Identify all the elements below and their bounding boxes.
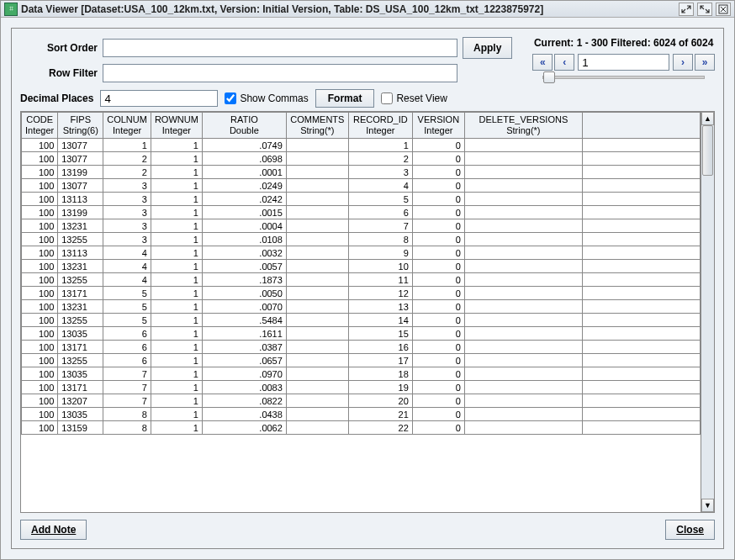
cell-fips[interactable]: 13035	[58, 408, 103, 421]
table-row[interactable]: 1001311341.003290	[22, 246, 701, 260]
cell-colnum[interactable]: 3	[103, 193, 151, 206]
cell-code[interactable]: 100	[22, 421, 58, 435]
slider-thumb[interactable]	[543, 71, 555, 83]
cell-record_id[interactable]: 1	[348, 139, 412, 152]
cell-rownum[interactable]: 1	[151, 381, 202, 394]
cell-version[interactable]: 0	[412, 233, 464, 246]
cell-colnum[interactable]: 2	[103, 152, 151, 166]
cell-rownum[interactable]: 1	[151, 139, 202, 152]
cell-version[interactable]: 0	[412, 408, 464, 421]
cell-comments[interactable]	[286, 354, 348, 367]
cell-code[interactable]: 100	[22, 139, 58, 152]
cell-ratio[interactable]: .0387	[202, 341, 286, 354]
cell-version[interactable]: 0	[412, 327, 464, 341]
cell-ratio[interactable]: .0032	[202, 246, 286, 260]
table-row[interactable]: 1001319931.001560	[22, 206, 701, 219]
cell-record_id[interactable]: 5	[348, 193, 412, 206]
cell-fips[interactable]: 13255	[58, 273, 103, 287]
cell-fips[interactable]: 13077	[58, 152, 103, 166]
cell-rownum[interactable]: 1	[151, 246, 202, 260]
cell-record_id[interactable]: 6	[348, 206, 412, 219]
cell-rownum[interactable]: 1	[151, 394, 202, 408]
cell-code[interactable]: 100	[22, 152, 58, 166]
cell-version[interactable]: 0	[412, 219, 464, 233]
cell-version[interactable]: 0	[412, 273, 464, 287]
cell-colnum[interactable]: 3	[103, 206, 151, 219]
cell-code[interactable]: 100	[22, 354, 58, 367]
cell-delete_versions[interactable]	[464, 219, 582, 233]
cell-record_id[interactable]: 2	[348, 152, 412, 166]
cell-ratio[interactable]: .0108	[202, 233, 286, 246]
cell-colnum[interactable]: 3	[103, 179, 151, 193]
cell-version[interactable]: 0	[412, 287, 464, 300]
table-row[interactable]: 1001307731.024940	[22, 179, 701, 193]
cell-colnum[interactable]: 4	[103, 260, 151, 273]
cell-fips[interactable]: 13077	[58, 139, 103, 152]
cell-version[interactable]: 0	[412, 354, 464, 367]
cell-delete_versions[interactable]	[464, 327, 582, 341]
table-row[interactable]: 1001307711.074910	[22, 139, 701, 152]
cell-comments[interactable]	[286, 341, 348, 354]
cell-delete_versions[interactable]	[464, 206, 582, 219]
close-window-button[interactable]	[716, 3, 731, 16]
cell-code[interactable]: 100	[22, 394, 58, 408]
cell-rownum[interactable]: 1	[151, 219, 202, 233]
cell-delete_versions[interactable]	[464, 314, 582, 327]
cell-delete_versions[interactable]	[464, 273, 582, 287]
cell-colnum[interactable]: 1	[103, 139, 151, 152]
cell-version[interactable]: 0	[412, 193, 464, 206]
cell-colnum[interactable]: 7	[103, 381, 151, 394]
cell-delete_versions[interactable]	[464, 139, 582, 152]
cell-version[interactable]: 0	[412, 394, 464, 408]
cell-rownum[interactable]: 1	[151, 152, 202, 166]
cell-delete_versions[interactable]	[464, 341, 582, 354]
cell-ratio[interactable]: .0050	[202, 287, 286, 300]
cell-code[interactable]: 100	[22, 246, 58, 260]
cell-fips[interactable]: 13255	[58, 354, 103, 367]
cell-colnum[interactable]: 7	[103, 394, 151, 408]
cell-rownum[interactable]: 1	[151, 354, 202, 367]
column-header-fips[interactable]: FIPSString(6)	[58, 113, 103, 139]
cell-rownum[interactable]: 1	[151, 166, 202, 179]
cell-version[interactable]: 0	[412, 300, 464, 314]
cell-delete_versions[interactable]	[464, 300, 582, 314]
cell-ratio[interactable]: .0015	[202, 206, 286, 219]
table-row[interactable]: 1001323151.0070130	[22, 300, 701, 314]
cell-fips[interactable]: 13199	[58, 206, 103, 219]
cell-ratio[interactable]: .0057	[202, 260, 286, 273]
cell-fips[interactable]: 13231	[58, 219, 103, 233]
cell-comments[interactable]	[286, 381, 348, 394]
table-row[interactable]: 1001317151.0050120	[22, 287, 701, 300]
cell-code[interactable]: 100	[22, 206, 58, 219]
cell-comments[interactable]	[286, 327, 348, 341]
cell-comments[interactable]	[286, 179, 348, 193]
cell-colnum[interactable]: 3	[103, 219, 151, 233]
cell-comments[interactable]	[286, 233, 348, 246]
table-row[interactable]: 1001325551.5484140	[22, 314, 701, 327]
cell-comments[interactable]	[286, 300, 348, 314]
column-header-colnum[interactable]: COLNUMInteger	[103, 113, 151, 139]
cell-delete_versions[interactable]	[464, 233, 582, 246]
cell-fips[interactable]: 13207	[58, 394, 103, 408]
row-filter-input[interactable]	[103, 64, 457, 82]
table-row[interactable]: 1001325541.1873110	[22, 273, 701, 287]
table-row[interactable]: 1001303561.1611150	[22, 327, 701, 341]
table-row[interactable]: 1001325531.010880	[22, 233, 701, 246]
cell-ratio[interactable]: .0749	[202, 139, 286, 152]
cell-record_id[interactable]: 11	[348, 273, 412, 287]
cell-colnum[interactable]: 2	[103, 166, 151, 179]
cell-colnum[interactable]: 5	[103, 287, 151, 300]
cell-ratio[interactable]: .0698	[202, 152, 286, 166]
cell-delete_versions[interactable]	[464, 287, 582, 300]
cell-rownum[interactable]: 1	[151, 273, 202, 287]
cell-delete_versions[interactable]	[464, 354, 582, 367]
cell-fips[interactable]: 13255	[58, 314, 103, 327]
first-page-button[interactable]: «	[532, 54, 553, 71]
next-page-button[interactable]: ›	[673, 54, 693, 71]
table-row[interactable]: 1001317171.0083190	[22, 381, 701, 394]
cell-fips[interactable]: 13199	[58, 166, 103, 179]
cell-record_id[interactable]: 10	[348, 260, 412, 273]
table-row[interactable]: 1001307721.069820	[22, 152, 701, 166]
cell-rownum[interactable]: 1	[151, 206, 202, 219]
cell-colnum[interactable]: 5	[103, 314, 151, 327]
